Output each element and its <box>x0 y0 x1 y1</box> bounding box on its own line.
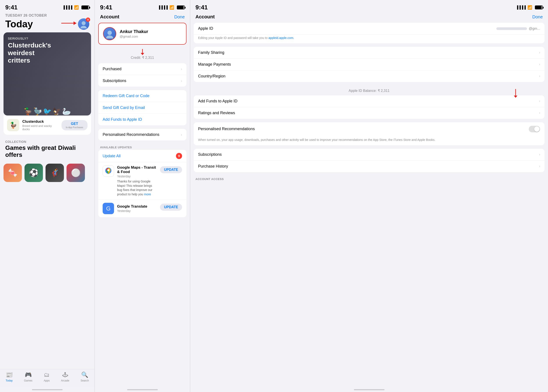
app-name: Clusterduck <box>22 119 58 124</box>
nav-bar-2: Account Done <box>95 12 190 23</box>
purchase-history-label: Purchase History <box>198 164 228 169</box>
tab-bar: 📰 Today 🎮 Games 🗂 Apps 🕹 Arcade 🔍 Search <box>0 369 94 387</box>
personalised-chevron: › <box>181 133 182 137</box>
update-badge: 9 <box>176 153 182 159</box>
google-maps-svg <box>104 167 112 175</box>
subscriptions-item[interactable]: Subscriptions › <box>98 75 186 87</box>
country-region-item[interactable]: Country/Region › <box>194 70 545 82</box>
balance-section: Apple ID Balance: ₹ 2,311 <box>194 85 545 94</box>
app-info-clusterduck: Clusterduck Breed weird and wacky ducks <box>22 119 58 131</box>
translate-update-info: Google Translate Yesterday <box>117 204 157 213</box>
today-header: TUESDAY 26 OCTOBER Today 9 <box>0 12 94 32</box>
family-sharing-chevron: › <box>539 50 540 55</box>
subscriptions-chevron: › <box>181 79 182 83</box>
subscriptions-label-p3: Subscriptions <box>198 152 222 157</box>
status-bar-2: 9:41 ▐▐▐▐ 📶 <box>95 0 190 12</box>
tab-today-label: Today <box>6 379 13 382</box>
user-avatar <box>103 27 116 40</box>
tab-search[interactable]: 🔍 Search <box>80 371 89 382</box>
panel-account-settings: 9:41 ▐▐▐▐ 📶 Account Done Apple ID @gm...… <box>190 0 548 392</box>
tab-today[interactable]: 📰 Today <box>6 371 13 382</box>
red-arrow-icon <box>61 21 77 26</box>
game-thumb-2[interactable]: ⚽ <box>24 164 43 182</box>
done-button-3[interactable]: Done <box>532 14 543 20</box>
action-items-card: Redeem Gift Card or Code Send Gift Card … <box>98 90 186 125</box>
svg-point-9 <box>107 169 109 171</box>
purchased-item[interactable]: Purchased › <box>98 63 186 75</box>
update-all-label: Update All <box>103 154 121 158</box>
game-thumb-1[interactable]: 🍬 <box>3 164 22 182</box>
credit-arrow-icon <box>140 49 145 55</box>
tab-search-label: Search <box>80 379 89 382</box>
subscriptions-label: Subscriptions <box>103 78 126 83</box>
user-name: Ankur Thakur <box>120 29 182 34</box>
personalised-item[interactable]: Personalised Recommendations › <box>98 129 186 140</box>
wifi-icon-3: 📶 <box>527 5 532 10</box>
apple-id-value-group: @gm... <box>496 27 540 31</box>
translate-update-button[interactable]: UPDATE <box>160 204 182 211</box>
battery-icon-3 <box>535 6 543 9</box>
done-button-2[interactable]: Done <box>174 14 185 20</box>
game-thumb-3[interactable]: 🦸 <box>45 164 64 182</box>
maps-date: Yesterday <box>117 175 157 178</box>
apple-id-value <box>496 27 527 30</box>
updates-card: Update All 9 Google Maps - Transit & Foo… <box>98 150 186 217</box>
avatar-container[interactable]: 9 <box>78 18 89 30</box>
arcade-tab-icon: 🕹 <box>62 371 68 378</box>
status-bar-3: 9:41 ▐▐▐▐ 📶 <box>190 0 548 12</box>
ratings-reviews-item[interactable]: Ratings and Reviews › <box>194 107 545 119</box>
personalised-toggle[interactable] <box>529 126 540 132</box>
country-region-label: Country/Region <box>198 74 225 78</box>
in-app-label: In-App Purchases <box>66 126 83 129</box>
user-avatar-image <box>105 29 114 39</box>
purchased-label: Purchased <box>103 67 121 71</box>
panel-account-1: 9:41 ▐▐▐▐ 📶 Account Done Ankur Thakur @g… <box>94 0 190 392</box>
duck-5: 🦢 <box>62 107 71 115</box>
toggle-knob <box>534 126 540 132</box>
app-row[interactable]: 🦆 Clusterduck Breed weird and wacky duck… <box>3 115 91 135</box>
apple-id-row[interactable]: Apple ID @gm... <box>194 23 545 35</box>
svg-marker-1 <box>73 21 77 25</box>
personalised-recommendations-row: Personalised Recommendations <box>194 122 545 136</box>
tab-apps[interactable]: 🗂 Apps <box>44 371 50 382</box>
account-user-card[interactable]: Ankur Thakur @gmail.com <box>98 23 186 45</box>
add-funds-item[interactable]: Add Funds to Apple ID <box>98 114 186 125</box>
subscriptions-item-p3[interactable]: Subscriptions › <box>194 149 545 161</box>
purchase-history-chevron: › <box>539 164 540 168</box>
subscriptions-chevron-p3: › <box>539 153 540 156</box>
wifi-icon: 📶 <box>74 5 79 10</box>
status-icons-2: ▐▐▐▐ 📶 <box>158 5 185 10</box>
family-payments-section: Family Sharing › Manage Payments › Count… <box>194 47 545 82</box>
more-link[interactable]: more <box>144 193 151 196</box>
today-tab-icon: 📰 <box>6 371 13 378</box>
duck-3: 🐦 <box>43 107 52 115</box>
game-thumb-4[interactable]: ⚪ <box>66 164 85 182</box>
home-indicator-3 <box>354 389 384 390</box>
status-time-2: 9:41 <box>100 4 112 11</box>
redeem-gift-item[interactable]: Redeem Gift Card or Code <box>98 90 186 102</box>
battery-icon <box>81 6 89 9</box>
personalised-section: Personalised Recommendations When turned… <box>194 122 545 145</box>
send-gift-item[interactable]: Send Gift Card by Email <box>98 102 186 114</box>
manage-payments-label: Manage Payments <box>198 62 231 67</box>
google-translate-icon: G <box>103 203 114 214</box>
tab-games[interactable]: 🎮 Games <box>24 371 32 382</box>
google-maps-update-row: Google Maps - Transit & Food Yesterday T… <box>98 162 186 199</box>
apple-id-link[interactable]: appleid.apple.com. <box>268 36 294 40</box>
app-desc: Breed weird and wacky ducks <box>22 124 58 131</box>
manage-payments-chevron: › <box>539 62 540 66</box>
purchase-history-item[interactable]: Purchase History › <box>194 161 545 172</box>
family-sharing-item[interactable]: Family Sharing › <box>194 47 545 59</box>
status-time-1: 9:41 <box>5 4 17 11</box>
get-button[interactable]: GET In-App Purchases <box>62 120 88 130</box>
add-funds-item[interactable]: Add Funds to Apple ID › <box>194 95 545 107</box>
featured-card[interactable]: SERIOUSLY? Clusterduck's weirdest critte… <box>3 32 91 115</box>
tab-arcade[interactable]: 🕹 Arcade <box>61 371 69 382</box>
account-access-label: ACCOUNT ACCESS <box>190 176 548 182</box>
manage-payments-item[interactable]: Manage Payments › <box>194 59 545 70</box>
update-all-row[interactable]: Update All 9 <box>98 150 186 162</box>
balance-arrow-icon <box>513 89 518 98</box>
maps-update-button[interactable]: UPDATE <box>160 166 182 173</box>
today-date: TUESDAY 26 OCTOBER <box>5 14 89 17</box>
purchased-chevron: › <box>181 67 182 71</box>
